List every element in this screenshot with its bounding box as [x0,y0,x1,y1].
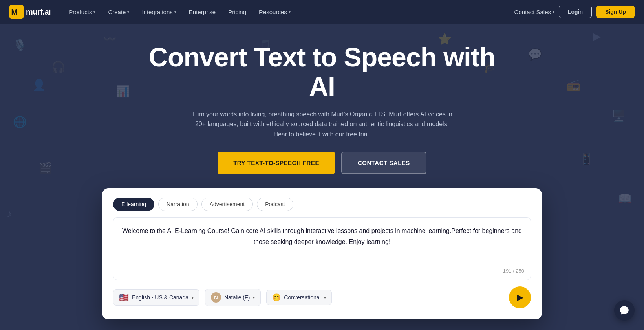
language-dropdown[interactable]: 🇺🇸 English - US & Canada ▾ [113,289,199,306]
chat-widget[interactable] [614,300,635,321]
language-label: English - US & Canada [132,294,188,301]
hero-title: Convert Text to Speech with AI [145,42,499,101]
try-free-button[interactable]: TRY TEXT-TO-SPEECH FREE [218,152,335,174]
hero-section: Convert Text to Speech with AI Turn your… [0,24,644,319]
avatar: N [211,292,221,302]
nav-right: Contact Sales › Login Sign Up [514,6,635,18]
tab-podcast[interactable]: Podcast [257,198,293,211]
contact-sales-nav[interactable]: Contact Sales › [514,9,554,15]
signup-button[interactable]: Sign Up [596,6,635,18]
tab-elearning[interactable]: E learning [113,198,154,211]
hero-buttons: TRY TEXT-TO-SPEECH FREE CONTACT SALES [218,152,426,174]
login-button[interactable]: Login [559,6,592,18]
nav-links: Products ▾ Create ▾ Integrations ▾ Enter… [63,6,514,18]
voice-label: Natalie (F) [224,294,250,301]
demo-textarea[interactable]: Welcome to the AI E-Learning Course! Gai… [113,217,531,280]
svg-text:M: M [11,8,18,16]
chevron-down-icon: ▾ [174,10,176,14]
hero-background: 🎙️ 🎧 〰️ 👤 🌐 🎬 ♪ 💬 ▶ 📻 🖥️ 📱 📖 🎵 ⭐ 🎓 📊 Con… [0,24,644,330]
nav-enterprise[interactable]: Enterprise [183,6,221,18]
style-dropdown[interactable]: 😊 Conversational ▾ [266,290,331,305]
nav-create[interactable]: Create ▾ [102,6,135,18]
demo-controls: 🇺🇸 English - US & Canada ▾ N Natalie (F)… [113,286,531,308]
nav-resources[interactable]: Resources ▾ [253,6,296,18]
voice-dropdown[interactable]: N Natalie (F) ▾ [205,289,261,306]
flag-icon: 🇺🇸 [119,293,129,302]
style-emoji: 😊 [272,293,281,302]
play-button[interactable]: ▶ [509,286,531,308]
chevron-down-icon: ▾ [192,295,194,300]
tab-narration[interactable]: Narration [158,198,198,211]
chevron-down-icon: ▾ [289,10,291,14]
contact-sales-button[interactable]: CONTACT SALES [341,152,426,174]
chevron-down-icon: ▾ [127,10,129,14]
hero-subtitle: Turn your words into living, breathing s… [188,109,456,139]
tab-advertisement[interactable]: Advertisement [201,198,253,211]
char-count: 191 / 250 [503,267,524,275]
nav-pricing[interactable]: Pricing [223,6,252,18]
page-wrapper: M murf.ai Products ▾ Create ▾ Integratio… [0,0,644,330]
demo-tabs: E learning Narration Advertisement Podca… [113,198,531,211]
navbar: M murf.ai Products ▾ Create ▾ Integratio… [0,0,644,24]
chevron-down-icon: ▾ [93,10,95,14]
arrow-icon: › [553,9,554,15]
demo-card: E learning Narration Advertisement Podca… [102,188,542,319]
chevron-down-icon: ▾ [253,295,255,300]
demo-text: Welcome to the AI E-Learning Course! Gai… [121,226,523,247]
nav-products[interactable]: Products ▾ [63,6,101,18]
chevron-down-icon: ▾ [324,295,326,300]
logo-text: murf.ai [26,7,51,16]
nav-integrations[interactable]: Integrations ▾ [136,6,181,18]
play-icon: ▶ [517,292,523,302]
style-label: Conversational [284,294,320,301]
logo[interactable]: M murf.ai [9,5,51,19]
